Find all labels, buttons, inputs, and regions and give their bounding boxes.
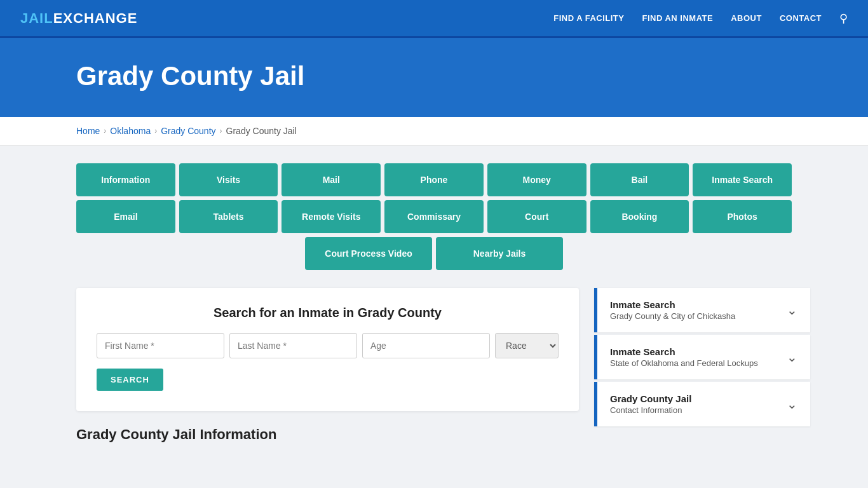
sidebar-inmate-search-state[interactable]: Inmate Search State of Oklahoma and Fede… <box>594 335 810 379</box>
breadcrumb-grady-county[interactable]: Grady County <box>161 126 215 136</box>
btn-tablets[interactable]: Tablets <box>179 200 278 233</box>
breadcrumb-current: Grady County Jail <box>226 126 297 136</box>
logo-part1: JAIL <box>20 10 53 26</box>
breadcrumb-oklahoma[interactable]: Oklahoma <box>110 126 151 136</box>
main-content: Search for an Inmate in Grady County Rac… <box>76 288 579 443</box>
nav-find-facility[interactable]: FIND A FACILITY <box>553 13 624 23</box>
section-title: Grady County Jail Information <box>76 426 579 443</box>
site-logo[interactable]: JAILEXCHANGE <box>20 10 137 27</box>
btn-court[interactable]: Court <box>487 200 587 233</box>
sidebar-item-title-2: Inmate Search <box>610 346 758 357</box>
btn-booking[interactable]: Booking <box>590 200 689 233</box>
sidebar-item-sub-3: Contact Information <box>610 405 691 415</box>
page-title: Grady County Jail <box>76 61 792 92</box>
search-title: Search for an Inmate in Grady County <box>97 306 559 320</box>
btn-court-process-video[interactable]: Court Process Video <box>305 237 432 270</box>
btn-inmate-search[interactable]: Inmate Search <box>693 163 792 196</box>
chevron-down-icon-3: ⌄ <box>787 396 797 412</box>
last-name-input[interactable] <box>229 333 357 358</box>
sidebar-contact-info[interactable]: Grady County Jail Contact Information ⌄ <box>594 382 810 426</box>
page-body: Information Visits Mail Phone Money Bail… <box>0 146 868 468</box>
chevron-down-icon-1: ⌄ <box>787 302 797 318</box>
btn-nearby-jails[interactable]: Nearby Jails <box>436 237 563 270</box>
sidebar-item-title-3: Grady County Jail <box>610 393 691 404</box>
race-select[interactable]: Race White Black Hispanic Asian Other <box>495 333 559 358</box>
hero-section: Grady County Jail <box>0 38 868 117</box>
search-panel: Search for an Inmate in Grady County Rac… <box>76 288 579 411</box>
btn-visits[interactable]: Visits <box>179 163 278 196</box>
sidebar-item-title-1: Inmate Search <box>610 299 735 310</box>
btn-bail[interactable]: Bail <box>590 163 689 196</box>
btn-email[interactable]: Email <box>76 200 175 233</box>
btn-money[interactable]: Money <box>487 163 587 196</box>
btn-mail[interactable]: Mail <box>281 163 381 196</box>
search-fields: Race White Black Hispanic Asian Other <box>97 333 559 358</box>
breadcrumb-sep-2: › <box>154 126 157 135</box>
search-button[interactable]: SEARCH <box>97 369 163 391</box>
button-grid-row2: Email Tablets Remote Visits Commissary C… <box>76 200 792 233</box>
nav-find-inmate[interactable]: FIND AN INMATE <box>642 13 713 23</box>
btn-phone[interactable]: Phone <box>384 163 484 196</box>
sidebar-inmate-search-local[interactable]: Inmate Search Grady County & City of Chi… <box>594 288 810 332</box>
sidebar-item-sub-2: State of Oklahoma and Federal Lockups <box>610 358 758 368</box>
nav-contact[interactable]: CONTACT <box>780 13 822 23</box>
breadcrumb-sep-1: › <box>104 126 106 135</box>
breadcrumb-sep-3: › <box>220 126 222 135</box>
btn-photos[interactable]: Photos <box>693 200 792 233</box>
nav-links: FIND A FACILITY FIND AN INMATE ABOUT CON… <box>553 11 848 25</box>
main-nav: JAILEXCHANGE FIND A FACILITY FIND AN INM… <box>0 0 868 38</box>
chevron-down-icon-2: ⌄ <box>787 349 797 365</box>
btn-remote-visits[interactable]: Remote Visits <box>281 200 381 233</box>
logo-part2: EXCHANGE <box>53 10 138 26</box>
button-grid-row3: Court Process Video Nearby Jails <box>76 237 792 270</box>
button-grid-row1: Information Visits Mail Phone Money Bail… <box>76 163 792 196</box>
breadcrumb: Home › Oklahoma › Grady County › Grady C… <box>76 126 792 136</box>
sidebar: Inmate Search Grady County & City of Chi… <box>594 288 810 429</box>
two-col-layout: Search for an Inmate in Grady County Rac… <box>76 288 792 443</box>
first-name-input[interactable] <box>97 333 224 358</box>
btn-information[interactable]: Information <box>76 163 175 196</box>
sidebar-item-sub-1: Grady County & City of Chickasha <box>610 311 735 321</box>
breadcrumb-bar: Home › Oklahoma › Grady County › Grady C… <box>0 117 868 146</box>
search-icon[interactable]: ⚲ <box>839 11 848 25</box>
breadcrumb-home[interactable]: Home <box>76 126 100 136</box>
nav-about[interactable]: ABOUT <box>731 13 762 23</box>
btn-commissary[interactable]: Commissary <box>384 200 484 233</box>
age-input[interactable] <box>362 333 490 358</box>
